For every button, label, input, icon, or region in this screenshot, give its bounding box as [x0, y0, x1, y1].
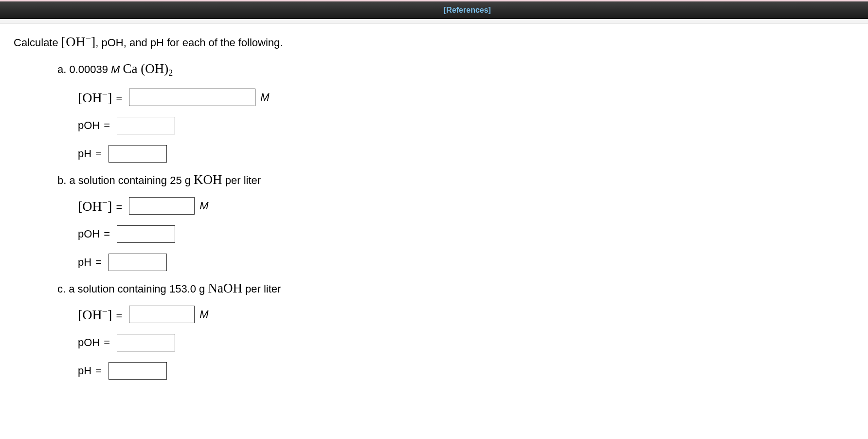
part-a-oh-input[interactable] — [129, 89, 255, 106]
part-c-poh-input[interactable] — [117, 334, 175, 351]
part-c-oh-input[interactable] — [129, 306, 195, 323]
toolbar: [References] — [0, 1, 868, 19]
part-b-ph-input[interactable] — [108, 254, 167, 271]
part-a-ph-row: pH = — [78, 144, 854, 164]
oh-label: [OH−] = — [78, 197, 125, 214]
toolbar-separator — [0, 19, 868, 24]
chem-naoh: NaOH — [208, 281, 242, 295]
part-b: b. a solution containing 25 g KOH per li… — [57, 172, 854, 272]
unit-m: M — [260, 91, 269, 104]
part-a-poh-row: pOH = — [78, 116, 854, 135]
part-a-poh-input[interactable] — [117, 117, 175, 134]
oh-symbol: [OH−] — [61, 34, 95, 49]
oh-label: [OH−] = — [78, 306, 125, 323]
question-content: Calculate [OH−], pOH, and pH for each of… — [0, 24, 868, 398]
poh-label: pOH = — [78, 228, 113, 240]
poh-label: pOH = — [78, 336, 113, 349]
part-c-ph-input[interactable] — [108, 362, 167, 380]
part-b-poh-input[interactable] — [117, 225, 175, 243]
part-a-oh-row: [OH−] = M — [78, 88, 854, 107]
part-c-oh-row: [OH−] = M — [78, 305, 854, 324]
part-b-poh-row: pOH = — [78, 224, 854, 244]
part-c-poh-row: pOH = — [78, 333, 854, 352]
part-c-ph-row: pH = — [78, 361, 854, 381]
ph-label: pH = — [78, 256, 105, 269]
part-b-header: b. a solution containing 25 g KOH per li… — [57, 172, 854, 187]
prompt-rest: , pOH, and pH for each of the following. — [95, 37, 283, 49]
question-prompt: Calculate [OH−], pOH, and pH for each of… — [14, 33, 854, 50]
part-a: a. 0.00039 M Ca (OH)2 [OH−] = M pOH = pH… — [57, 61, 854, 163]
unit-m: M — [199, 308, 208, 321]
part-a-ph-input[interactable] — [108, 145, 167, 163]
part-b-oh-input[interactable] — [129, 197, 195, 215]
ph-label: pH = — [78, 365, 105, 377]
part-a-header: a. 0.00039 M Ca (OH)2 — [57, 61, 854, 78]
prompt-intro: Calculate — [14, 37, 61, 49]
oh-label: [OH−] = — [78, 89, 125, 106]
part-c: c. a solution containing 153.0 g NaOH pe… — [57, 281, 854, 381]
poh-label: pOH = — [78, 119, 113, 132]
ph-label: pH = — [78, 147, 105, 160]
chem-ca-oh2: Ca (OH)2 — [123, 61, 173, 76]
references-link[interactable]: [References] — [444, 6, 491, 15]
unit-m: M — [199, 200, 208, 212]
chem-koh: KOH — [194, 172, 222, 187]
part-b-ph-row: pH = — [78, 253, 854, 272]
part-c-header: c. a solution containing 153.0 g NaOH pe… — [57, 281, 854, 296]
part-b-oh-row: [OH−] = M — [78, 196, 854, 216]
